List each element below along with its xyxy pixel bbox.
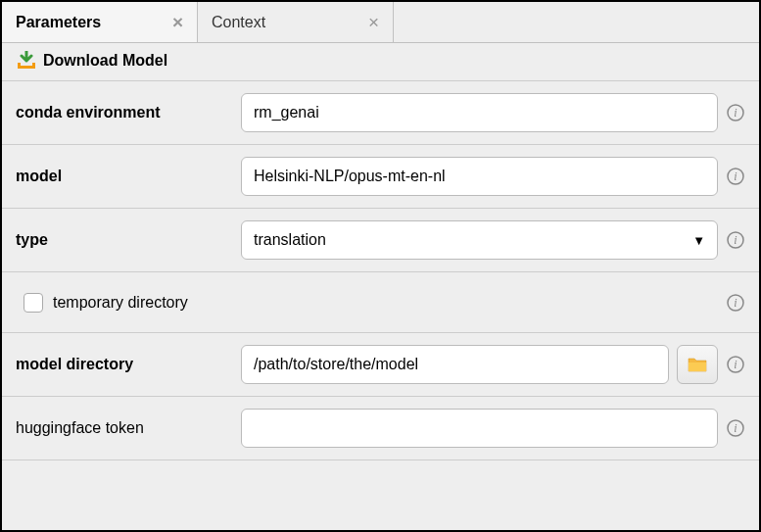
svg-text:i: i (734, 296, 737, 310)
row-model-directory: model directory i (2, 333, 759, 397)
info-icon[interactable]: i (726, 230, 745, 250)
folder-icon (688, 357, 707, 372)
info-icon[interactable]: i (726, 293, 745, 313)
row-model: model i (2, 145, 759, 209)
tab-context-label: Context (212, 14, 265, 31)
parameters-form: conda environment i model i type transla… (2, 81, 759, 460)
huggingface-token-input[interactable] (241, 409, 718, 448)
temporary-directory-checkbox[interactable] (24, 293, 43, 313)
close-icon[interactable]: × (368, 13, 379, 31)
info-icon[interactable]: i (726, 418, 745, 438)
model-directory-input[interactable] (241, 345, 669, 384)
page-title: Download Model (43, 52, 167, 70)
type-select[interactable]: translation ▼ (241, 220, 718, 260)
tab-parameters[interactable]: Parameters × (2, 2, 198, 42)
tab-parameters-label: Parameters (16, 14, 101, 31)
chevron-down-icon: ▼ (692, 233, 705, 248)
svg-text:i: i (734, 421, 737, 435)
label-temporary-directory: temporary directory (53, 294, 188, 312)
info-icon[interactable]: i (726, 355, 745, 374)
subheader: Download Model (2, 43, 759, 81)
svg-text:i: i (734, 169, 737, 183)
row-temporary-directory: temporary directory i (2, 272, 759, 333)
svg-text:i: i (734, 358, 737, 371)
label-huggingface-token: huggingface token (16, 419, 241, 437)
browse-folder-button[interactable] (677, 345, 718, 384)
label-type: type (16, 231, 241, 249)
label-model: model (16, 168, 241, 185)
type-select-value: translation (254, 231, 326, 249)
tab-context[interactable]: Context × (198, 2, 394, 42)
label-conda-environment: conda environment (16, 104, 241, 121)
conda-environment-input[interactable] (241, 93, 718, 132)
info-icon[interactable]: i (726, 167, 745, 186)
row-type: type translation ▼ i (2, 209, 759, 272)
label-model-directory: model directory (16, 356, 241, 373)
svg-text:i: i (734, 106, 737, 120)
download-icon (16, 51, 37, 71)
row-conda-environment: conda environment i (2, 81, 759, 145)
row-huggingface-token: huggingface token i (2, 397, 759, 460)
info-icon[interactable]: i (726, 103, 745, 122)
tab-bar: Parameters × Context × (2, 2, 759, 43)
svg-text:i: i (734, 233, 737, 247)
close-icon[interactable]: × (172, 13, 183, 31)
model-input[interactable] (241, 157, 718, 196)
